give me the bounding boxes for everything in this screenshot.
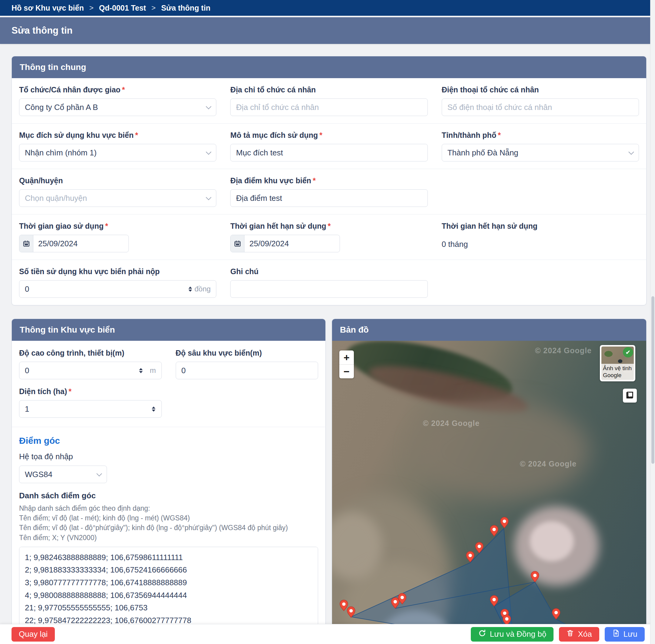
note-control — [230, 280, 428, 298]
form-row-1: Tổ chức/Cá nhân được giao* Công ty Cổ ph… — [12, 78, 646, 123]
field-acreage: Diện tích (ha)* — [19, 387, 318, 418]
lower-row: Thông tin Khu vực biển Độ cao công trình… — [12, 319, 647, 644]
structure-height-unit: m — [150, 366, 156, 375]
page-scrollbar[interactable] — [650, 0, 655, 644]
number-stepper[interactable] — [188, 286, 193, 292]
structure-height-input[interactable] — [25, 366, 138, 375]
map-overlay — [332, 341, 646, 644]
fee-control: đồng — [19, 280, 216, 298]
sea-depth-label: Độ sâu khu vực biển(m) — [176, 349, 262, 358]
ruler-icon — [626, 391, 634, 400]
field-note: Ghi chú — [230, 267, 428, 298]
chevron-down-icon — [206, 104, 211, 109]
purpose-desc-control — [230, 144, 428, 161]
note-input[interactable] — [236, 284, 422, 294]
acreage-control — [19, 400, 162, 418]
back-button[interactable]: Quay lại — [12, 627, 55, 642]
coord-system-select[interactable]: WGS84 — [19, 466, 107, 483]
breadcrumb: Hồ sơ Khu vực biển > Qd-0001 Test > Sửa … — [0, 0, 655, 16]
coord-system-label: Hệ tọa độ nhập — [19, 452, 318, 461]
map-pin[interactable] — [500, 517, 509, 528]
province-select[interactable]: Thành phố Đà Nẵng — [442, 144, 639, 161]
purpose-desc-input[interactable] — [236, 148, 422, 158]
marine-area-card-header: Thông tin Khu vực biển — [12, 319, 325, 341]
content: Thông tin chung Tổ chức/Cá nhân được gia… — [0, 44, 655, 644]
save-button[interactable]: Lưu — [605, 627, 645, 642]
start-date-input[interactable] — [33, 239, 129, 248]
start-date-picker — [19, 235, 129, 252]
structure-height-control: m — [19, 362, 162, 379]
phone-label: Điện thoại tổ chức cá nhân — [442, 86, 539, 94]
end-date-input[interactable] — [245, 239, 340, 248]
field-structure-height: Độ cao công trình, thiết bị(m) m — [19, 349, 162, 379]
number-stepper[interactable] — [151, 407, 156, 412]
save-and-sync-button[interactable]: Lưu và Đồng bộ — [471, 627, 554, 642]
location-input[interactable] — [236, 193, 422, 203]
address-label: Địa chỉ tổ chức cá nhân — [230, 86, 316, 94]
field-phone: Điện thoại tổ chức cá nhân — [442, 86, 639, 116]
form-row-2: Mục đích sử dụng khu vực biển* Nhận chìm… — [12, 123, 646, 169]
calendar-icon[interactable] — [230, 235, 245, 252]
zoom-out-button[interactable]: − — [339, 364, 354, 378]
map-pin[interactable] — [340, 600, 348, 611]
field-duration: Thời gian hết hạn sử dụng 0 tháng — [442, 222, 639, 252]
fee-input[interactable] — [25, 284, 188, 294]
field-sea-depth: Độ sâu khu vực biển(m) — [176, 349, 318, 379]
required-asterisk: * — [498, 131, 501, 140]
address-input[interactable] — [236, 103, 422, 112]
layer-label-line2: Google — [603, 372, 632, 379]
chevron-down-icon — [206, 149, 211, 155]
note-label: Ghi chú — [230, 267, 258, 276]
field-address: Địa chỉ tổ chức cá nhân — [230, 86, 428, 116]
delete-button[interactable]: Xóa — [559, 627, 599, 642]
corner-list-label: Danh sách điểm góc — [19, 491, 318, 500]
required-asterisk: * — [122, 86, 125, 94]
org-select-value: Công ty Cổ phần A B — [25, 103, 203, 112]
map-card: Bản đồ © 2024 Google © 2024 Google © 202… — [332, 319, 647, 644]
hint-line: Tên điểm; vĩ độ (lat - độ°phút'giây"); k… — [19, 523, 318, 532]
breadcrumb-separator: > — [152, 4, 156, 12]
start-date-label: Thời gian giao sử dụng — [19, 222, 104, 231]
form-row-3: Quận/huyện Chọn quận/huyện Địa điểm khu … — [12, 169, 646, 214]
fee-label: Số tiền sử dụng khu vực biển phải nộp — [19, 267, 160, 276]
field-org: Tổ chức/Cá nhân được giao* Công ty Cổ ph… — [19, 86, 216, 116]
check-icon: ✔ — [623, 347, 633, 358]
zoom-in-button[interactable]: + — [339, 350, 354, 364]
required-asterisk: * — [313, 176, 316, 185]
measure-tool-button[interactable] — [623, 389, 637, 402]
acreage-input[interactable] — [25, 405, 151, 414]
chevron-down-icon — [96, 471, 102, 476]
district-select-placeholder: Chọn quận/huyện — [25, 193, 203, 203]
save-and-sync-label: Lưu và Đồng bộ — [490, 629, 546, 639]
structure-height-label: Độ cao công trình, thiết bị(m) — [19, 349, 124, 358]
district-select[interactable]: Chọn quận/huyện — [19, 189, 216, 207]
layer-label-line1: Ảnh vệ tinh — [603, 365, 632, 372]
map-layer-selector[interactable]: ✔ Ảnh vệ tinh Google — [600, 345, 635, 382]
form-row-4: Thời gian giao sử dụng* Thời gian hết hạ… — [12, 214, 646, 260]
map-pin[interactable] — [531, 571, 539, 582]
scrollbar-thumb[interactable] — [651, 296, 654, 464]
field-location: Địa điểm khu vực biển* — [230, 176, 428, 207]
org-select[interactable]: Công ty Cổ phần A B — [19, 98, 216, 116]
breadcrumb-item-record-id[interactable]: Qd-0001 Test — [99, 4, 146, 13]
corner-points-heading[interactable]: Điểm góc — [19, 436, 318, 446]
map-pin[interactable] — [490, 525, 498, 536]
end-date-label: Thời gian hết hạn sử dụng — [230, 222, 326, 231]
trash-icon — [566, 629, 574, 639]
sync-icon — [478, 629, 486, 640]
purpose-select-value: Nhận chìm (nhóm 1) — [25, 148, 203, 158]
end-date-picker — [230, 235, 340, 252]
sea-depth-input[interactable] — [181, 366, 313, 375]
calendar-icon[interactable] — [19, 235, 33, 252]
page-title: Sửa thông tin — [12, 25, 73, 36]
org-label: Tổ chức/Cá nhân được giao — [19, 86, 120, 94]
number-stepper[interactable] — [138, 368, 143, 373]
area-row-1: Độ cao công trình, thiết bị(m) m Độ sâu … — [19, 349, 318, 379]
phone-input[interactable] — [448, 103, 633, 112]
map-canvas[interactable]: © 2024 Google © 2024 Google © 2024 Googl… — [332, 341, 646, 644]
page: Hồ sơ Khu vực biển > Qd-0001 Test > Sửa … — [0, 0, 655, 644]
breadcrumb-item-records[interactable]: Hồ sơ Khu vực biển — [12, 4, 84, 13]
province-select-value: Thành phố Đà Nẵng — [448, 148, 626, 158]
purpose-select[interactable]: Nhận chìm (nhóm 1) — [19, 144, 216, 161]
marine-area-card: Thông tin Khu vực biển Độ cao công trình… — [12, 319, 326, 644]
